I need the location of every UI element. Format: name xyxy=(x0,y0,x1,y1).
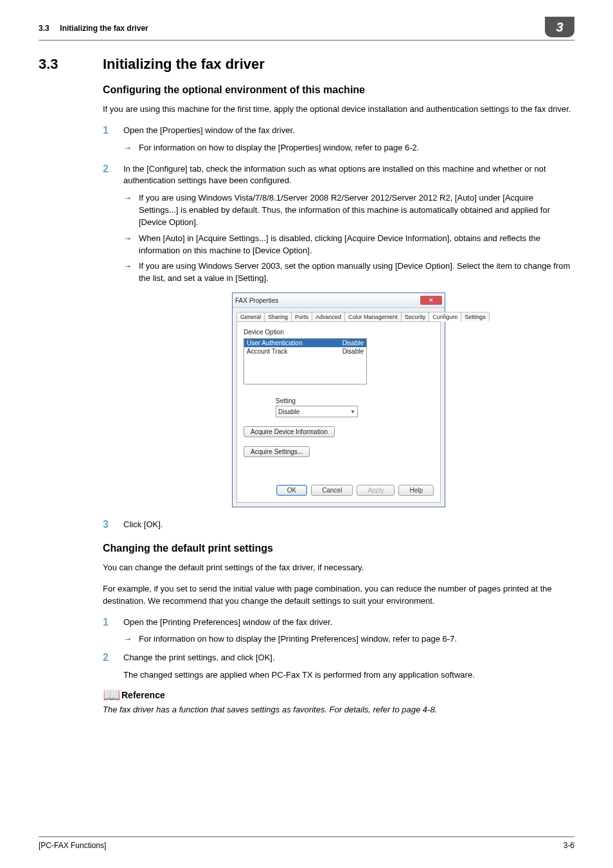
ok-button[interactable]: OK xyxy=(276,485,307,496)
book-icon: 📖 xyxy=(103,688,120,702)
dialog-title: FAX Properties xyxy=(235,297,278,304)
step-3: 3 Click [OK]. xyxy=(103,519,574,531)
setting-value: Disable xyxy=(278,408,299,415)
header-sec-no: 3.3 xyxy=(39,24,49,33)
dialog-figure: FAX Properties ✕ General Sharing Ports A… xyxy=(103,293,574,507)
fax-properties-dialog: FAX Properties ✕ General Sharing Ports A… xyxy=(232,293,445,507)
arrow-icon: → xyxy=(123,192,132,229)
step-2-sub-b: → When [Auto] in [Acquire Settings...] i… xyxy=(123,233,574,257)
acquire-device-info-button[interactable]: Acquire Device Information xyxy=(244,426,335,437)
step-2-sub-a: → If you are using Windows Vista/7/8/8.1… xyxy=(123,192,574,229)
setting-group: Setting Disable ▼ xyxy=(276,397,434,417)
page-footer: [PC-FAX Functions] 3-6 xyxy=(39,836,574,850)
list-item[interactable]: Account Track Disable xyxy=(244,347,366,356)
list-item[interactable]: User Authentication Disable xyxy=(244,339,366,347)
footer-left: [PC-FAX Functions] xyxy=(39,841,106,850)
cancel-button[interactable]: Cancel xyxy=(311,485,353,496)
cd-step-1: 1 Open the [Printing Preferences] window… xyxy=(103,617,574,629)
subheading-change-default: Changing the default print settings xyxy=(103,543,574,554)
section-number: 3.3 xyxy=(39,56,77,73)
list-item-label: Account Track xyxy=(247,348,287,355)
tab-advanced[interactable]: Advanced xyxy=(312,312,345,321)
subheading-configure: Configuring the optional environment of … xyxy=(103,84,574,96)
running-header: 3.3 Initializing the fax driver 3 xyxy=(39,19,574,41)
arrow-icon: → xyxy=(123,142,132,154)
setting-label: Setting xyxy=(276,397,434,404)
change-default-p1: You can change the default print setting… xyxy=(103,562,574,574)
help-button[interactable]: Help xyxy=(398,485,434,496)
step-2-text: In the [Configure] tab, check the inform… xyxy=(123,163,574,188)
section-title: Initializing the fax driver xyxy=(103,56,265,73)
apply-button[interactable]: Apply xyxy=(357,485,395,496)
dialog-footer: OK Cancel Apply Help xyxy=(244,472,434,496)
acquire-settings-button[interactable]: Acquire Settings... xyxy=(244,446,310,457)
device-option-list[interactable]: User Authentication Disable Account Trac… xyxy=(244,338,367,384)
step-1-sub-a: → For information on how to display the … xyxy=(123,142,574,154)
list-item-value: Disable xyxy=(342,348,364,355)
dialog-titlebar: FAX Properties ✕ xyxy=(233,293,445,308)
arrow-icon: → xyxy=(123,633,132,646)
step-1-sub-a-text: For information on how to display the [P… xyxy=(139,142,419,154)
close-icon[interactable]: ✕ xyxy=(420,296,442,305)
cd-step-2-num: 2 xyxy=(103,652,112,682)
tab-configure[interactable]: Configure xyxy=(429,312,461,321)
tab-security[interactable]: Security xyxy=(401,312,430,321)
step-2-num: 2 xyxy=(103,163,112,188)
intro-paragraph: If you are using this machine for the fi… xyxy=(103,104,574,116)
step-3-text: Click [OK]. xyxy=(123,519,574,531)
setting-combo[interactable]: Disable ▼ xyxy=(276,406,358,417)
arrow-icon: → xyxy=(123,260,132,285)
reference-heading: 📖 Reference xyxy=(103,688,574,702)
step-1-text: Open the [Properties] window of the fax … xyxy=(123,125,574,137)
running-header-left: 3.3 Initializing the fax driver xyxy=(39,24,148,33)
tab-general[interactable]: General xyxy=(236,312,265,321)
cd-step-2-result: The changed settings are applied when PC… xyxy=(123,669,574,682)
dialog-body: Device Option User Authentication Disabl… xyxy=(236,321,441,503)
step-2-sub-b-text: When [Auto] in [Acquire Settings...] is … xyxy=(139,233,574,257)
step-2-sub-a-text: If you are using Windows Vista/7/8/8.1/S… xyxy=(139,192,574,229)
change-default-p2: For example, if you set to send the init… xyxy=(103,583,574,608)
list-item-value: Disable xyxy=(342,339,364,347)
cd-step-2: 2 Change the print settings, and click [… xyxy=(103,652,574,682)
cd-step-2-text: Change the print settings, and click [OK… xyxy=(123,652,574,664)
tab-colormgmt[interactable]: Color Management xyxy=(344,312,402,321)
footer-right: 3-6 xyxy=(564,841,574,850)
cd-step-1-sub: → For information on how to display the … xyxy=(123,633,574,646)
dialog-tabs: General Sharing Ports Advanced Color Man… xyxy=(233,308,445,321)
cd-step-1-num: 1 xyxy=(103,617,112,629)
header-title: Initializing the fax driver xyxy=(60,24,148,33)
section-heading: 3.3 Initializing the fax driver xyxy=(39,56,574,73)
chapter-badge: 3 xyxy=(545,17,574,37)
step-2-sub-c-text: If you are using Windows Server 2003, se… xyxy=(139,260,574,285)
step-3-num: 3 xyxy=(103,519,112,531)
reference-body: The fax driver has a function that saves… xyxy=(103,705,574,714)
step-1: 1 Open the [Properties] window of the fa… xyxy=(103,125,574,137)
cd-step-1-text: Open the [Printing Preferences] window o… xyxy=(123,617,574,629)
list-item-label: User Authentication xyxy=(247,339,303,347)
arrow-icon: → xyxy=(123,233,132,257)
step-1-num: 1 xyxy=(103,125,112,137)
reference-label: Reference xyxy=(121,690,165,700)
tab-sharing[interactable]: Sharing xyxy=(264,312,292,321)
device-option-label: Device Option xyxy=(244,329,434,336)
chevron-down-icon: ▼ xyxy=(350,409,355,415)
tab-settings[interactable]: Settings xyxy=(461,312,490,321)
chapter-tab: 3 xyxy=(545,19,574,37)
step-2-sub-c: → If you are using Windows Server 2003, … xyxy=(123,260,574,285)
step-2: 2 In the [Configure] tab, check the info… xyxy=(103,163,574,188)
cd-step-1-sub-text: For information on how to display the [P… xyxy=(139,633,457,646)
tab-ports[interactable]: Ports xyxy=(291,312,312,321)
